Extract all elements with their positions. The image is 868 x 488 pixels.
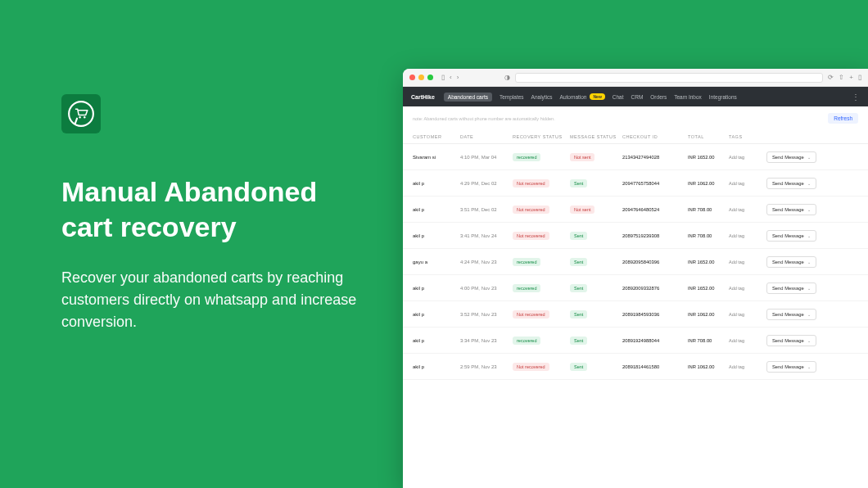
message-status-badge: Sent: [570, 363, 587, 371]
add-tag-button[interactable]: Add tag: [729, 260, 744, 264]
cell-checkout-id: 20892095840396: [622, 260, 688, 264]
nav-automation[interactable]: Automation: [560, 94, 587, 100]
chevron-down-icon: ⌄: [807, 155, 811, 160]
recovery-status-badge: recovered: [513, 153, 540, 161]
send-message-button[interactable]: Send Message⌄: [766, 361, 816, 373]
main-nav: CartHike Abandoned carts Templates Analy…: [403, 87, 868, 106]
chevron-down-icon: ⌄: [807, 338, 811, 343]
forward-icon[interactable]: ›: [457, 74, 459, 81]
send-message-button[interactable]: Send Message⌄: [766, 256, 816, 268]
cell-total: INR 708.00: [688, 207, 729, 212]
cell-total: INR 708.00: [688, 233, 729, 238]
send-message-button[interactable]: Send Message⌄: [766, 204, 816, 215]
cart-chat-icon: [67, 100, 95, 128]
new-tab-icon[interactable]: +: [849, 74, 853, 81]
nav-templates[interactable]: Templates: [500, 94, 524, 100]
hero-subtitle: Recover your abandoned carts by reaching…: [61, 267, 373, 333]
col-checkout: CHECKOUT ID: [622, 134, 688, 139]
add-tag-button[interactable]: Add tag: [729, 233, 744, 238]
col-tags: TAGS: [729, 134, 766, 139]
col-date: DATE: [460, 134, 513, 139]
app-window: ▯ ‹ › ◑ ⟳ ⇧ + ▯ CartHike Abandoned carts…: [403, 69, 868, 488]
col-customer: CUSTOMER: [413, 134, 460, 139]
cell-customer: akil p: [413, 181, 460, 186]
table-row: akil p2:59 PM, Nov 23Not recoveredSent20…: [403, 354, 868, 380]
table-row: akil p3:34 PM, Nov 23recoveredSent208919…: [403, 328, 868, 354]
cell-checkout-id: 20947765758044: [622, 181, 688, 186]
message-status-badge: Sent: [570, 310, 587, 319]
add-tag-button[interactable]: Add tag: [729, 207, 744, 212]
refresh-icon[interactable]: ⟳: [828, 74, 834, 81]
cell-date: 4:10 PM, Mar 04: [460, 155, 513, 160]
tabs-icon[interactable]: ▯: [858, 74, 861, 81]
cell-date: 2:59 PM, Nov 23: [460, 364, 513, 369]
sidebar-toggle-icon[interactable]: ▯: [441, 74, 445, 81]
message-status-badge: Sent: [570, 337, 587, 345]
cell-checkout-id: 21343427494028: [622, 155, 688, 160]
send-message-button[interactable]: Send Message⌄: [766, 282, 816, 294]
refresh-button[interactable]: Refresh: [828, 113, 858, 124]
send-message-button[interactable]: Send Message⌄: [766, 178, 816, 189]
send-message-button[interactable]: Send Message⌄: [766, 230, 816, 242]
nav-analytics[interactable]: Analytics: [531, 94, 553, 100]
back-icon[interactable]: ‹: [450, 74, 452, 81]
cell-date: 3:41 PM, Nov 24: [460, 233, 513, 238]
nav-chat[interactable]: Chat: [613, 94, 624, 100]
add-tag-button[interactable]: Add tag: [729, 286, 744, 291]
recovery-status-badge: Not recovered: [513, 363, 549, 371]
cell-customer: Sivaram si: [413, 155, 460, 160]
nav-orders[interactable]: Orders: [650, 94, 667, 100]
cell-customer: akil p: [413, 233, 460, 238]
cell-date: 3:34 PM, Nov 23: [460, 338, 513, 343]
add-tag-button[interactable]: Add tag: [729, 312, 744, 317]
share-icon[interactable]: ⇧: [839, 74, 844, 81]
add-tag-button[interactable]: Add tag: [729, 181, 744, 186]
recovery-status-badge: recovered: [513, 337, 540, 345]
chevron-down-icon: ⌄: [807, 181, 811, 186]
shield-icon[interactable]: ◑: [504, 74, 510, 81]
cell-total: INR 1652.00: [688, 260, 729, 264]
chevron-down-icon: ⌄: [807, 312, 811, 317]
close-icon[interactable]: [409, 75, 415, 80]
nav-crm[interactable]: CRM: [631, 94, 644, 100]
maximize-icon[interactable]: [427, 75, 433, 80]
add-tag-button[interactable]: Add tag: [729, 155, 744, 160]
message-status-badge: Not sent: [570, 153, 594, 161]
cell-date: 4:24 PM, Nov 23: [460, 260, 513, 264]
cell-customer: akil p: [413, 338, 460, 343]
info-note: note: Abandoned carts without phone numb…: [413, 116, 555, 121]
send-message-button[interactable]: Send Message⌄: [766, 151, 816, 163]
address-bar[interactable]: [515, 73, 823, 83]
table-header: CUSTOMER DATE RECOVERY STATUS MESSAGE ST…: [403, 130, 868, 144]
chevron-down-icon: ⌄: [807, 364, 811, 369]
nav-integrations[interactable]: Integrations: [709, 94, 737, 100]
recovery-status-badge: recovered: [513, 284, 540, 292]
send-message-button[interactable]: Send Message⌄: [766, 309, 816, 320]
col-recovery: RECOVERY STATUS: [513, 134, 570, 139]
table-row: gayu a4:24 PM, Nov 23recoveredSent208920…: [403, 249, 868, 275]
cell-date: 3:51 PM, Dec 02: [460, 207, 513, 212]
recovery-status-badge: recovered: [513, 258, 540, 266]
cell-customer: akil p: [413, 286, 460, 291]
cell-checkout-id: 20891924988044: [622, 338, 688, 343]
cell-checkout-id: 20892009332876: [622, 286, 688, 291]
nav-team-inbox[interactable]: Team Inbox: [674, 94, 702, 100]
chevron-down-icon: ⌄: [807, 207, 811, 212]
brand[interactable]: CartHike: [411, 94, 435, 100]
cell-customer: akil p: [413, 207, 460, 212]
menu-icon[interactable]: ⋮: [852, 93, 860, 102]
message-status-badge: Sent: [570, 258, 587, 266]
table-row: akil p3:41 PM, Nov 24Not recoveredSent20…: [403, 223, 868, 249]
send-message-button[interactable]: Send Message⌄: [766, 335, 816, 346]
cell-customer: gayu a: [413, 260, 460, 264]
chevron-down-icon: ⌄: [807, 233, 811, 238]
nav-abandoned-carts[interactable]: Abandoned carts: [444, 93, 492, 102]
col-message: MESSAGE STATUS: [570, 134, 622, 139]
minimize-icon[interactable]: [418, 75, 424, 80]
chevron-down-icon: ⌄: [807, 286, 811, 291]
hero-title: Manual Abandoned cart recovery: [61, 174, 373, 244]
add-tag-button[interactable]: Add tag: [729, 364, 744, 369]
recovery-status-badge: Not recovered: [513, 232, 549, 240]
add-tag-button[interactable]: Add tag: [729, 338, 744, 343]
col-total: TOTAL: [688, 134, 729, 139]
